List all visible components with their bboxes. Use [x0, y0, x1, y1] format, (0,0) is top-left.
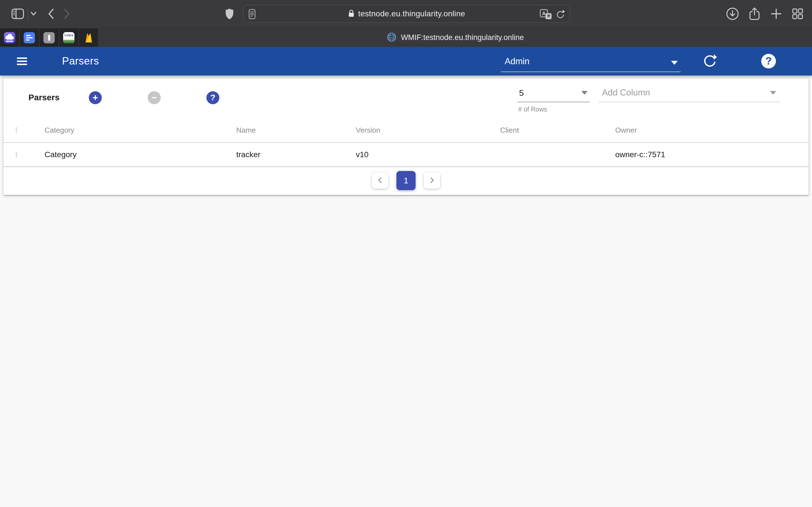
usda-icon: USDA: [63, 32, 74, 43]
chevron-down-icon: [31, 11, 37, 17]
tab-bar: USDA: [0, 28, 812, 47]
row-checkbox[interactable]: [16, 152, 17, 158]
role-select[interactable]: Admin: [501, 55, 680, 72]
chevron-left-icon: [376, 177, 384, 185]
add-column-select[interactable]: Add Column: [599, 85, 779, 102]
dropdown-arrow-icon: [770, 91, 776, 95]
rows-per-page-value: 5: [519, 88, 524, 98]
rows-per-page-label: # of Rows: [518, 106, 547, 113]
pinned-tab-cloud[interactable]: [0, 29, 20, 47]
column-header-name: Name: [225, 126, 345, 135]
info-bar-icon: [43, 32, 55, 43]
role-select-value: Admin: [505, 56, 529, 66]
lock-icon: [348, 9, 355, 18]
share-button[interactable]: [748, 7, 761, 21]
forward-icon: [63, 8, 70, 20]
reload-icon[interactable]: [556, 10, 565, 20]
pinned-tab-firebase[interactable]: [79, 29, 99, 47]
back-button[interactable]: [47, 8, 55, 20]
column-header-version: Version: [345, 126, 489, 135]
column-header-category: Category: [33, 126, 225, 135]
previous-page-button[interactable]: [372, 172, 388, 189]
refresh-button[interactable]: [703, 54, 717, 69]
dropdown-arrow-icon: [581, 91, 588, 95]
cell-category: Category: [33, 150, 225, 159]
shield-icon: [224, 8, 235, 21]
firebase-icon: [83, 32, 94, 43]
tab-title: WMIF:testnode.eu.thingularity.online: [401, 33, 524, 42]
back-icon: [47, 8, 55, 20]
select-all-checkbox[interactable]: [16, 127, 17, 133]
remove-icon: −: [151, 93, 157, 102]
add-icon: +: [93, 93, 98, 102]
reader-icon[interactable]: [249, 9, 255, 20]
svg-text:A: A: [542, 11, 546, 16]
url-text: testnode.eu.thingularity.online: [358, 9, 465, 18]
tab-group-dropdown-button[interactable]: [31, 11, 37, 17]
pinned-tab-usda[interactable]: USDA: [59, 29, 79, 47]
cell-owner: owner-c::7571: [604, 150, 809, 159]
page-1-button[interactable]: 1: [396, 171, 416, 190]
forward-button[interactable]: [63, 8, 70, 20]
refresh-icon: [703, 54, 717, 69]
add-column-placeholder: Add Column: [602, 88, 650, 98]
active-tab[interactable]: WMIF:testnode.eu.thingularity.online: [99, 29, 812, 47]
browser-toolbar: testnode.eu.thingularity.online A: [0, 0, 812, 28]
cell-version: v10: [345, 150, 489, 159]
address-bar[interactable]: testnode.eu.thingularity.online A: [243, 5, 570, 23]
table-header-row: Category Name Version Client Owner: [3, 118, 809, 143]
column-header-client: Client: [489, 126, 604, 135]
column-header-owner: Owner: [604, 126, 809, 135]
chevron-right-icon: [428, 177, 436, 185]
translate-icon[interactable]: A: [540, 9, 552, 21]
chevron-down-icon: [671, 61, 678, 65]
question-mark-icon: ?: [765, 56, 772, 66]
cell-name: tracker: [225, 150, 345, 159]
privacy-shield-button[interactable]: [224, 8, 235, 21]
download-icon: [726, 7, 739, 21]
pinned-tab-info[interactable]: [40, 29, 59, 47]
hamburger-icon: [17, 57, 27, 59]
pinned-tab-docs[interactable]: [20, 29, 40, 47]
card-toolbar: Parsers + − ? 5 # of Rows Add Column: [3, 78, 809, 118]
document-lines-icon: [24, 32, 35, 43]
cloud-icon: [4, 32, 15, 43]
next-page-button[interactable]: [424, 172, 440, 189]
menu-button[interactable]: [17, 57, 27, 65]
sidebar-toggle-button[interactable]: [11, 8, 24, 20]
help-circle-button[interactable]: ?: [206, 91, 219, 104]
browser-window: testnode.eu.thingularity.online A: [0, 0, 812, 507]
page-background: Parsers + − ? 5 # of Rows Add Column: [0, 75, 812, 507]
globe-icon: [387, 33, 396, 43]
rows-per-page-select[interactable]: 5: [517, 85, 590, 102]
plus-icon: [770, 7, 783, 21]
table-row[interactable]: Category tracker v10 owner-c::7571: [3, 143, 809, 167]
tab-overview-button[interactable]: [791, 7, 804, 21]
page-title: Parsers: [62, 55, 99, 67]
pinned-tabs: USDA: [0, 29, 99, 47]
new-tab-button[interactable]: [770, 7, 783, 21]
parsers-card: Parsers + − ? 5 # of Rows Add Column: [3, 78, 809, 195]
add-parser-button[interactable]: +: [89, 91, 102, 104]
sidebar-toggle-icon: [11, 8, 24, 20]
help-icon: ?: [210, 93, 215, 102]
downloads-button[interactable]: [726, 7, 739, 21]
tab-overview-icon: [791, 7, 804, 21]
app-bar: Parsers Admin ?: [0, 47, 812, 75]
pagination: 1: [3, 167, 809, 194]
share-icon: [748, 7, 761, 21]
toolbar-divider: [28, 7, 28, 21]
remove-parser-button[interactable]: −: [148, 91, 161, 104]
section-heading: Parsers: [29, 93, 59, 102]
help-button[interactable]: ?: [761, 54, 776, 68]
